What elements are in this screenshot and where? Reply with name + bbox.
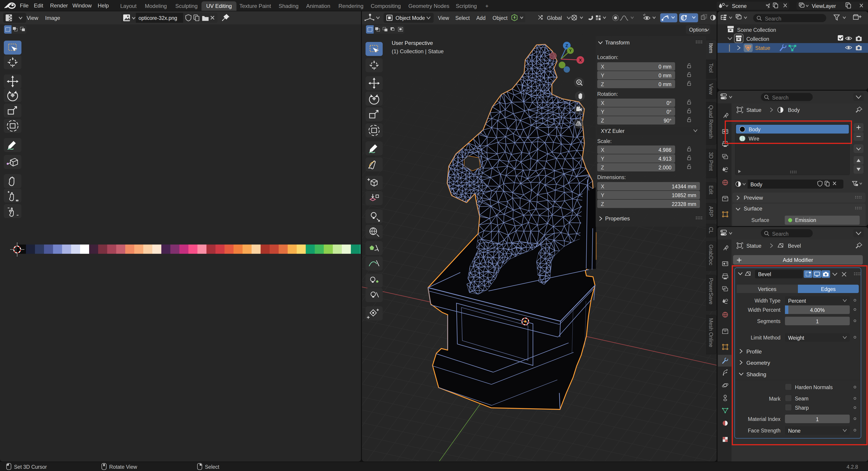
svg-text:Z: Z bbox=[565, 43, 568, 48]
svg-text:X: X bbox=[579, 58, 582, 62]
svg-text:Y: Y bbox=[569, 49, 572, 53]
